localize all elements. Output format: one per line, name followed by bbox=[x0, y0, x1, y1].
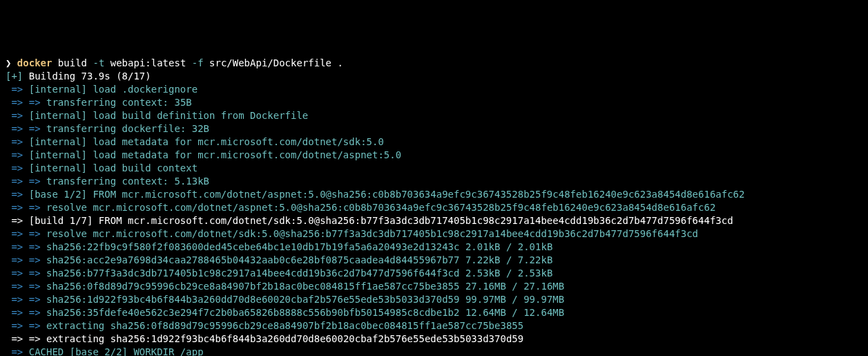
step-arrow: => bbox=[6, 162, 29, 174]
step-text: transferring context: 5.13kB bbox=[46, 176, 209, 187]
step-text: [build 1/7] FROM mcr.microsoft.com/dotne… bbox=[29, 215, 733, 226]
step-arrow: => bbox=[6, 149, 29, 160]
step-arrow: => bbox=[6, 346, 29, 356]
build-status: Building 73.9s (8/17) bbox=[23, 71, 151, 82]
step-text: sha256:acc2e9a7698d34caa2788465b04432aab… bbox=[46, 254, 552, 265]
step-text: [base 1/2] FROM mcr.microsoft.com/dotnet… bbox=[29, 189, 745, 200]
step-arrow: => bbox=[29, 254, 46, 265]
step-arrow: => bbox=[29, 294, 46, 305]
terminal-line: => [internal] load metadata for mcr.micr… bbox=[6, 135, 862, 149]
terminal-output: ❯ docker build -t webapi:latest -f src/W… bbox=[6, 57, 862, 356]
step-arrow: => bbox=[6, 189, 29, 200]
step-text: sha256:35fdefe40e562c3e294f7c2b0ba65826b… bbox=[46, 307, 564, 318]
step-text: sha256:22fb9c9f580f2f083600ded45cebe64bc… bbox=[46, 241, 552, 252]
build-spinner: [+] bbox=[6, 71, 23, 82]
step-text: CACHED [base 2/2] WORKDIR /app bbox=[29, 346, 204, 356]
step-text: [internal] load build context bbox=[29, 162, 197, 174]
step-arrow: => bbox=[6, 97, 29, 108]
terminal-line: => [base 1/2] FROM mcr.microsoft.com/dot… bbox=[6, 188, 862, 201]
flag: -t bbox=[93, 57, 104, 68]
arg: src/WebApi/Dockerfile . bbox=[204, 57, 343, 68]
step-arrow: => bbox=[29, 268, 46, 279]
terminal-line: => => resolve mcr.microsoft.com/dotnet/a… bbox=[6, 201, 862, 214]
step-text: resolve mcr.microsoft.com/dotnet/aspnet:… bbox=[46, 202, 715, 213]
arg: webapi:latest bbox=[104, 57, 191, 68]
terminal-line: => => extracting sha256:1d922f93bc4b6f84… bbox=[6, 332, 862, 346]
step-arrow: => bbox=[6, 281, 29, 292]
terminal-line: => => transferring context: 35B bbox=[6, 96, 862, 109]
flag: -f bbox=[192, 57, 204, 68]
prompt-caret: ❯ bbox=[6, 57, 17, 68]
step-text: resolve mcr.microsoft.com/dotnet/sdk:5.0… bbox=[46, 228, 698, 239]
step-arrow: => bbox=[6, 268, 29, 279]
terminal-line: => => sha256:acc2e9a7698d34caa2788465b04… bbox=[6, 254, 862, 267]
terminal-line: => [internal] load metadata for mcr.micr… bbox=[6, 149, 862, 162]
terminal-line: => [internal] load build definition from… bbox=[6, 109, 862, 122]
step-arrow: => bbox=[29, 307, 46, 318]
step-arrow: => bbox=[29, 123, 46, 134]
step-arrow: => bbox=[29, 241, 46, 252]
step-text: transferring context: 35B bbox=[46, 97, 192, 108]
step-arrow: => bbox=[6, 307, 29, 318]
step-text: [internal] load .dockerignore bbox=[29, 84, 197, 95]
step-arrow: => bbox=[6, 228, 29, 239]
step-arrow: => bbox=[6, 294, 29, 305]
terminal-line: => [build 1/7] FROM mcr.microsoft.com/do… bbox=[6, 214, 862, 227]
terminal-line: => => extracting sha256:0f8d89d79c95996c… bbox=[6, 319, 862, 332]
step-text: sha256:1d922f93bc4b6f844b3a260dd70d8e600… bbox=[46, 294, 564, 305]
step-arrow: => bbox=[6, 320, 29, 331]
terminal-line: => [internal] load build context bbox=[6, 162, 862, 175]
step-text: extracting sha256:0f8d89d79c95996cb29ce8… bbox=[46, 320, 523, 331]
step-arrow: => bbox=[6, 84, 29, 95]
step-arrow: => bbox=[29, 176, 46, 187]
step-arrow: => bbox=[29, 320, 46, 331]
terminal-line: => => transferring context: 5.13kB bbox=[6, 175, 862, 188]
step-text: transferring dockerfile: 32B bbox=[46, 123, 209, 134]
terminal-line: [+] Building 73.9s (8/17) bbox=[6, 70, 862, 83]
step-arrow: => bbox=[6, 202, 29, 213]
step-text: sha256:0f8d89d79c95996cb29ce8a84907bf2b1… bbox=[46, 281, 564, 292]
terminal-line: => => sha256:35fdefe40e562c3e294f7c2b0ba… bbox=[6, 306, 862, 319]
step-arrow: => bbox=[29, 281, 46, 292]
step-arrow: => bbox=[29, 202, 46, 213]
command-sub: build bbox=[52, 57, 93, 68]
step-arrow: => bbox=[29, 333, 46, 344]
terminal-line: => => sha256:b77f3a3dc3db717405b1c98c291… bbox=[6, 267, 862, 280]
step-arrow: => bbox=[6, 176, 29, 187]
step-arrow: => bbox=[6, 215, 29, 226]
step-arrow: => bbox=[29, 228, 46, 239]
terminal-line: => => transferring dockerfile: 32B bbox=[6, 122, 862, 135]
terminal-line: => => sha256:1d922f93bc4b6f844b3a260dd70… bbox=[6, 293, 862, 306]
step-text: [internal] load metadata for mcr.microso… bbox=[29, 136, 384, 147]
step-arrow: => bbox=[6, 254, 29, 265]
step-arrow: => bbox=[29, 97, 46, 108]
step-text: extracting sha256:1d922f93bc4b6f844b3a26… bbox=[46, 333, 523, 344]
step-arrow: => bbox=[6, 110, 29, 121]
command-name: docker bbox=[17, 57, 52, 68]
terminal-line: => => sha256:0f8d89d79c95996cb29ce8a8490… bbox=[6, 280, 862, 293]
step-arrow: => bbox=[6, 136, 29, 147]
terminal-line: ❯ docker build -t webapi:latest -f src/W… bbox=[6, 57, 862, 70]
terminal-line: => => sha256:22fb9c9f580f2f083600ded45ce… bbox=[6, 241, 862, 254]
terminal-line: => [internal] load .dockerignore bbox=[6, 83, 862, 96]
terminal-line: => => resolve mcr.microsoft.com/dotnet/s… bbox=[6, 227, 862, 241]
step-arrow: => bbox=[6, 123, 29, 134]
step-text: [internal] load build definition from Do… bbox=[29, 110, 309, 121]
step-arrow: => bbox=[6, 241, 29, 252]
step-text: [internal] load metadata for mcr.microso… bbox=[29, 149, 401, 160]
terminal-line: => CACHED [base 2/2] WORKDIR /app bbox=[6, 346, 862, 356]
step-text: sha256:b77f3a3dc3db717405b1c98c2917a14be… bbox=[46, 268, 552, 279]
step-arrow: => bbox=[6, 333, 29, 344]
